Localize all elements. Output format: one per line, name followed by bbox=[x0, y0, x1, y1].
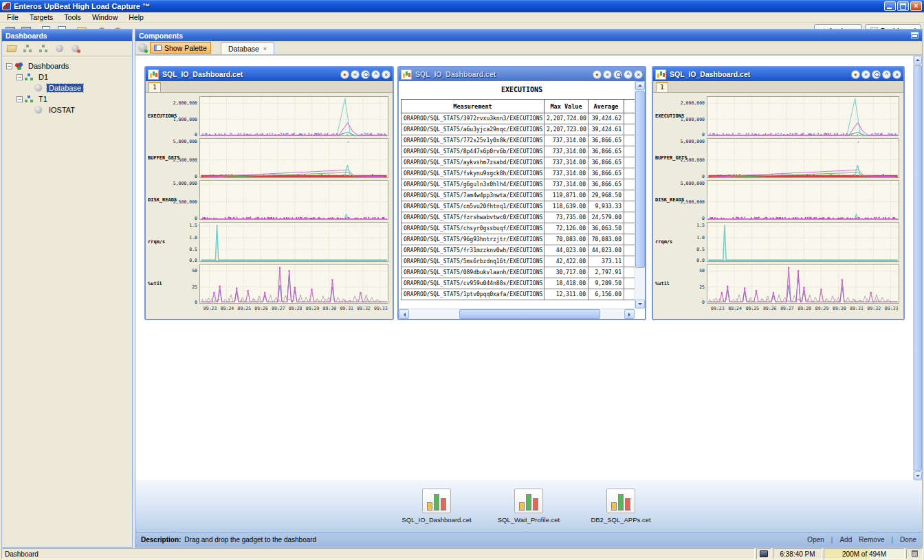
expander-icon[interactable]: − bbox=[6, 63, 12, 69]
scroll-right-icon[interactable] bbox=[624, 309, 635, 319]
palette-item-sql_io_dashboard-cet[interactable]: SQL_IO_Dashboard.cet bbox=[399, 489, 474, 524]
table-row[interactable]: ORAPROD/SQL_STATS/cv959u044n88s/EXECUTIO… bbox=[402, 278, 635, 289]
table-row[interactable]: ORAPROD/SQL_STATS/g6guln3x0hlh4/EXECUTIO… bbox=[402, 179, 635, 190]
scroll-up-icon[interactable] bbox=[635, 81, 645, 90]
x-tick-label: 09:25 bbox=[237, 306, 251, 311]
column-header-co[interactable]: Co bbox=[624, 100, 635, 113]
table-row[interactable]: ORAPROD/SQL_STATS/chsyr0gssbuqf/EXECUTIO… bbox=[402, 223, 635, 234]
table-row[interactable]: ORAPROD/SQL_STATS/7am4w4pp3nwta/EXECUTIO… bbox=[402, 190, 635, 201]
action-open[interactable]: Open bbox=[807, 536, 824, 544]
gadget-sql-io-dashboard-left[interactable]: SQL_IO_Dashboard.cet ●≡^× 1 EXECUTIONS2,… bbox=[144, 66, 394, 320]
content-vertical-scrollbar[interactable] bbox=[913, 56, 922, 480]
gadget-tab-row: 1 bbox=[146, 81, 393, 93]
search-icon[interactable] bbox=[613, 70, 622, 79]
gadget-title-bar[interactable]: SQL_IO_Dashboard.cet ●≡^× bbox=[146, 67, 393, 81]
menu-icon[interactable]: ≡ bbox=[603, 70, 612, 79]
chart-axis-labels: BUFFER_GETS5,000,0002,500,0000 bbox=[654, 138, 707, 178]
restore-button[interactable] bbox=[897, 1, 909, 11]
tree-item-database[interactable]: Database bbox=[3, 82, 131, 93]
action-done[interactable]: Done bbox=[900, 536, 916, 544]
tree-item-iostat[interactable]: IOSTAT bbox=[3, 104, 131, 115]
gadget-title-bar[interactable]: SQL_IO_Dashboard.cet ●≡^× bbox=[399, 67, 645, 81]
scrollbar-thumb[interactable] bbox=[635, 91, 645, 268]
garbage-collect-icon[interactable] bbox=[906, 548, 923, 559]
palette-item-db2_sql_apps-cet[interactable]: DB2_SQL_APPs.cet bbox=[583, 489, 659, 524]
tree-item-t1[interactable]: −T1 bbox=[3, 93, 131, 104]
record-icon[interactable]: ● bbox=[340, 70, 349, 79]
menu-icon[interactable]: ≡ bbox=[351, 70, 360, 79]
tab-close-icon[interactable]: × bbox=[263, 45, 267, 52]
table-horizontal-scrollbar[interactable] bbox=[399, 309, 635, 319]
table-row[interactable]: ORAPROD/SQL_STATS/fr31mzzknv0wh/EXECUTIO… bbox=[402, 245, 635, 256]
table-row[interactable]: ORAPROD/SQL_STATS/cm5vu20fhtnq1/EXECUTIO… bbox=[402, 201, 635, 212]
table-row[interactable]: ORAPROD/SQL_STATS/fvkynu9xgck8h/EXECUTIO… bbox=[402, 168, 635, 179]
scroll-left-icon[interactable] bbox=[399, 309, 409, 319]
expander-icon[interactable]: − bbox=[16, 74, 23, 80]
close-icon[interactable]: × bbox=[382, 70, 390, 79]
menu-tools[interactable]: Tools bbox=[58, 13, 87, 21]
record-icon[interactable]: ● bbox=[851, 70, 860, 79]
close-button[interactable]: × bbox=[910, 1, 922, 11]
average-cell: 36,866.65 bbox=[588, 157, 624, 168]
menu-targets[interactable]: Targets bbox=[24, 13, 58, 21]
table-row[interactable]: ORAPROD/SQL_STATS/772s25v1y0x8k/EXECUTIO… bbox=[402, 135, 635, 146]
hierarchy-icon[interactable] bbox=[36, 42, 51, 56]
gadget-sql-io-dashboard-table[interactable]: SQL_IO_Dashboard.cet ●≡^× EXECUTIONS Mea… bbox=[397, 66, 646, 320]
collapse-icon[interactable]: ^ bbox=[624, 70, 632, 79]
close-icon[interactable]: × bbox=[892, 70, 901, 79]
table-row[interactable]: ORAPROD/SQL_STATS/96g93hntrzjtr/EXECUTIO… bbox=[402, 234, 635, 245]
tab-database[interactable]: Database × bbox=[221, 42, 274, 54]
scroll-down-icon[interactable] bbox=[914, 471, 922, 480]
console-icon[interactable] bbox=[756, 548, 771, 559]
collapse-icon[interactable]: ^ bbox=[882, 70, 891, 79]
action-remove[interactable]: Remove bbox=[859, 536, 884, 544]
gadget-tab-1[interactable]: 1 bbox=[148, 82, 161, 92]
table-vertical-scrollbar[interactable] bbox=[635, 81, 645, 309]
table-row[interactable]: ORAPROD/SQL_STATS/aykvshm7zsabd/EXECUTIO… bbox=[402, 157, 635, 168]
expander-icon[interactable]: − bbox=[16, 96, 23, 102]
record-icon[interactable]: ● bbox=[593, 70, 602, 79]
scrollbar-thumb[interactable] bbox=[914, 65, 922, 471]
open-folder-icon[interactable] bbox=[4, 42, 19, 56]
measurement-cell: ORAPROD/SQL_STATS/089dbukvlaanh/EXECUTIO… bbox=[402, 267, 544, 278]
column-header-average[interactable]: Average bbox=[588, 100, 624, 113]
menu-icon[interactable]: ≡ bbox=[861, 70, 870, 79]
scroll-down-icon[interactable] bbox=[635, 300, 645, 309]
memory-meter[interactable]: 200M of 494M bbox=[824, 548, 905, 559]
table-row[interactable]: ORAPROD/SQL_STATS/a6u3yjca29nqc/EXECUTIO… bbox=[402, 124, 635, 135]
menu-window[interactable]: Window bbox=[87, 13, 123, 21]
table-row[interactable]: ORAPROD/SQL_STATS/3972rvxu3knn3/EXECUTIO… bbox=[402, 113, 635, 124]
scroll-up-icon[interactable] bbox=[914, 56, 922, 65]
search-icon[interactable] bbox=[872, 70, 881, 79]
menu-help[interactable]: Help bbox=[123, 13, 149, 21]
column-header-measurement[interactable]: Measurement bbox=[402, 100, 544, 113]
component-sphere-icon[interactable] bbox=[138, 43, 147, 52]
table-row[interactable]: ORAPROD/SQL_STATS/1ptv0pqq0xafa/EXECUTIO… bbox=[402, 289, 635, 300]
y-tick-label: 0 bbox=[195, 216, 197, 221]
close-icon[interactable]: × bbox=[634, 70, 643, 79]
column-header-max-value[interactable]: Max Value bbox=[544, 100, 588, 113]
table-row[interactable]: ORAPROD/SQL_STATS/fzrshwabvtwc0/EXECUTIO… bbox=[402, 212, 635, 223]
gadget-tab-1[interactable]: 1 bbox=[656, 82, 668, 92]
palette-item-sql_wait_profile-cet[interactable]: SQL_Wait_Profile.cet bbox=[491, 489, 566, 524]
gadget-sql-io-dashboard-right[interactable]: SQL_IO_Dashboard.cet ●≡^× 1 EXECUTIONS2,… bbox=[652, 66, 905, 320]
count-cell bbox=[624, 245, 635, 256]
sphere-icon[interactable] bbox=[52, 42, 67, 56]
table-row[interactable]: ORAPROD/SQL_STATS/5ms6rbzdnq16t/EXECUTIO… bbox=[402, 256, 635, 267]
tree-item-d1[interactable]: −D1 bbox=[3, 71, 131, 82]
scrollbar-thumb[interactable] bbox=[459, 309, 600, 319]
tree-item-dashboards[interactable]: −Dashboards bbox=[3, 60, 131, 71]
show-palette-button[interactable]: Show Palette bbox=[150, 42, 211, 54]
float-window-icon[interactable] bbox=[911, 32, 918, 38]
collapse-icon[interactable]: ^ bbox=[371, 70, 380, 79]
hierarchy-add-icon[interactable] bbox=[20, 42, 35, 56]
action-add[interactable]: Add bbox=[839, 536, 852, 544]
search-icon[interactable] bbox=[361, 70, 370, 79]
menu-file[interactable]: File bbox=[1, 13, 24, 21]
table-row[interactable]: ORAPROD/SQL_STATS/089dbukvlaanh/EXECUTIO… bbox=[402, 267, 635, 278]
minimize-button[interactable] bbox=[884, 1, 896, 11]
table-row[interactable]: ORAPROD/SQL_STATS/8p447s6p0rv6b/EXECUTIO… bbox=[402, 146, 635, 157]
sphere-badge-icon[interactable] bbox=[67, 42, 82, 56]
y-tick-label: 5,000,000 bbox=[681, 181, 705, 186]
gadget-title-bar[interactable]: SQL_IO_Dashboard.cet ●≡^× bbox=[653, 67, 903, 81]
